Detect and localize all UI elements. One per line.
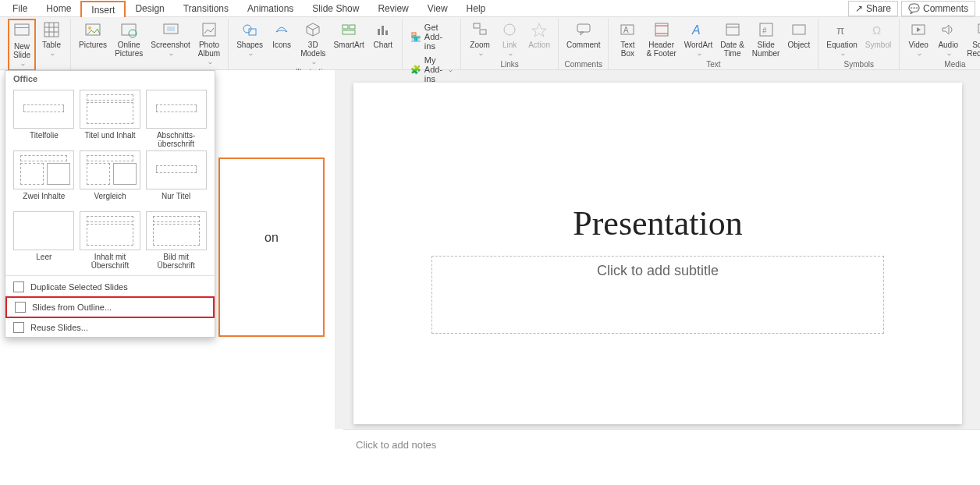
audio-button[interactable]: Audio [934,19,962,59]
slide-thumbnail-1[interactable]: on [218,158,325,337]
svg-rect-24 [474,23,480,28]
slides-from-outline-item[interactable]: Slides from Outline... [5,296,215,318]
smartart-button[interactable]: SmartArt [330,19,367,51]
new-slide-button[interactable]: New Slide [8,19,36,71]
svg-rect-12 [167,27,175,31]
pictures-button[interactable]: Pictures [76,19,110,51]
slide-title[interactable]: Presentation [353,204,962,243]
tab-home[interactable]: Home [37,1,80,16]
zoom-icon [470,20,489,39]
svg-marker-44 [917,27,921,32]
screen-recording-button[interactable]: Screen Recording [964,19,980,59]
screen-recording-icon [975,20,980,39]
tab-review[interactable]: Review [368,1,417,16]
zoom-button[interactable]: Zoom [466,19,494,59]
slide-number-button[interactable]: #Slide Number [749,19,783,59]
textbox-icon: A [618,20,637,39]
table-button[interactable]: Table [37,19,66,59]
video-button[interactable]: Video [904,19,932,59]
tab-file[interactable]: File [3,1,37,16]
slide-editor: Presentation Click to add subtitle [336,70,980,429]
tab-transitions[interactable]: Transitions [174,1,238,16]
layout-titelfolie[interactable]: Titelfolie [12,90,76,149]
my-addins-button[interactable]: 🧩My Add-ins [407,55,456,84]
notes-pane[interactable]: Click to add notes [343,429,980,477]
svg-marker-45 [943,25,949,34]
layout-bild-mit-ueberschrift[interactable]: Bild mit Überschrift [144,211,208,271]
tab-view[interactable]: View [418,1,457,16]
link-icon [500,20,519,39]
symbol-button[interactable]: ΩSymbol [862,19,894,51]
textbox-button[interactable]: AText Box [613,19,641,59]
equation-button[interactable]: πEquation [823,19,860,59]
slide-canvas[interactable]: Presentation Click to add subtitle [353,83,962,424]
calendar-icon [723,20,742,39]
online-pictures-icon [119,20,138,39]
group-label-links: Links [500,60,518,69]
header-footer-icon [652,20,671,39]
group-label-comments: Comments [565,60,602,69]
photo-album-button[interactable]: Photo Album [195,19,223,68]
svg-rect-20 [343,30,355,34]
svg-rect-36 [726,24,739,35]
share-button[interactable]: ↗Share [848,1,898,16]
comments-button[interactable]: 💬Comments [901,1,975,16]
svg-rect-13 [203,23,215,36]
layout-zwei-inhalte[interactable]: Zwei Inhalte [12,150,76,210]
svg-rect-28 [577,24,590,32]
wordart-icon: A [689,20,708,39]
layout-leer[interactable]: Leer [12,211,76,271]
wordart-button[interactable]: AWordArt [681,19,716,59]
thumb-text: on [265,231,279,245]
svg-text:Ω: Ω [872,23,881,37]
layout-vergleich[interactable]: Vergleich [78,150,143,210]
header-footer-button[interactable]: Header & Footer [643,19,679,59]
icons-button[interactable]: Icons [268,19,296,51]
svg-point-26 [504,24,515,35]
reuse-icon [13,322,24,333]
tab-help[interactable]: Help [457,1,495,16]
svg-rect-1 [15,27,29,28]
svg-rect-25 [480,30,486,34]
get-addins-button[interactable]: 🏪Get Add-ins [407,22,456,51]
dropdown-header: Office [5,71,215,87]
smartart-icon [339,20,358,39]
svg-text:#: # [762,27,767,35]
symbol-icon: Ω [869,20,888,39]
equation-icon: π [833,20,851,39]
tab-design[interactable]: Design [126,1,173,16]
svg-rect-0 [15,24,29,35]
link-button[interactable]: Link [495,19,524,59]
3d-models-button[interactable]: 3D Models [297,19,328,68]
duplicate-slides-item[interactable]: Duplicate Selected Slides [5,278,215,296]
svg-rect-2 [44,23,59,37]
tab-animations[interactable]: Animations [238,1,303,16]
pictures-icon [83,20,102,39]
date-time-button[interactable]: Date & Time [717,19,747,59]
svg-rect-40 [793,25,805,34]
comment-icon: 💬 [908,3,920,14]
action-button[interactable]: Action [525,19,553,51]
layout-titel-und-inhalt[interactable]: Titel und Inhalt [78,90,143,149]
online-pictures-button[interactable]: Online Pictures [112,19,146,59]
slide-subtitle-placeholder[interactable]: Click to add subtitle [431,256,884,334]
menu-bar: File Home Insert Design Transitions Anim… [0,0,980,17]
reuse-slides-item[interactable]: Reuse Slides... [5,318,215,337]
layout-abschnitt[interactable]: Abschnitts- überschrift [144,90,208,149]
tab-slideshow[interactable]: Slide Show [303,1,368,16]
shapes-button[interactable]: Shapes [233,19,266,59]
action-icon [530,20,549,39]
tab-insert[interactable]: Insert [80,1,126,18]
layout-nur-titel[interactable]: Nur Titel [144,150,208,210]
screenshot-icon [162,20,180,39]
layout-inhalt-mit-ueberschrift[interactable]: Inhalt mit Überschrift [78,211,143,271]
share-icon: ↗ [855,3,863,14]
svg-marker-29 [581,32,584,35]
chart-button[interactable]: Chart [369,19,397,51]
object-button[interactable]: Object [784,19,813,51]
comment-button[interactable]: Comment [563,19,603,51]
svg-rect-23 [385,30,388,35]
group-label-symbols: Symbols [844,60,874,69]
screenshot-button[interactable]: Screenshot [147,19,194,59]
svg-text:π: π [836,23,844,37]
